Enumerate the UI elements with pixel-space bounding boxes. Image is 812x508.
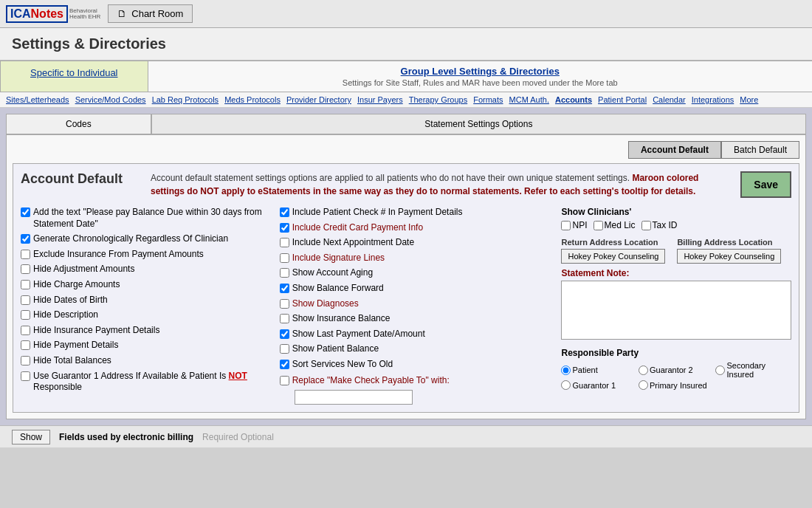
billing-address-label: Billing Address Location (677, 238, 781, 247)
account-batch-row: Account Default Batch Default (13, 141, 799, 159)
save-button[interactable]: Save (740, 171, 791, 198)
cb-patient-balance-checkbox[interactable] (280, 344, 289, 354)
inner-panel: Account Default Batch Default Account De… (6, 134, 806, 419)
tab-specific-to-individual[interactable]: Specific to Individual (0, 61, 148, 92)
cb-sort-services-checkbox[interactable] (280, 360, 289, 369)
return-address-col: Return Address Location Hokey Pokey Coun… (561, 238, 665, 264)
cb-credit-card-checkbox[interactable] (280, 223, 289, 233)
tax-id-checkbox[interactable] (641, 221, 651, 230)
cb-guarantor1-checkbox[interactable] (21, 371, 30, 381)
cb-hide-dob-checkbox[interactable] (21, 295, 30, 305)
radio-patient-label[interactable]: Patient (561, 361, 637, 379)
account-default-title: Account Default (21, 171, 139, 187)
settings-columns: Add the text "Please pay Balance Due wit… (21, 207, 791, 405)
med-lic-checkbox[interactable] (593, 221, 603, 230)
radio-patient[interactable] (561, 365, 571, 375)
nav-insur-payers[interactable]: Insur Payers (357, 95, 403, 104)
nav-service-mod-codes[interactable]: Service/Mod Codes (75, 95, 146, 104)
cb-add-text-checkbox[interactable] (21, 207, 30, 217)
cb-next-appt-label: Include Next Appointment Date (292, 237, 414, 249)
tax-id-checkbox-label[interactable]: Tax ID (641, 220, 678, 230)
nav-therapy-groups[interactable]: Therapy Groups (409, 95, 467, 104)
cb-acct-aging-checkbox[interactable] (280, 268, 289, 278)
chart-room-button[interactable]: 🗋 Chart Room (108, 4, 193, 23)
cb-hide-charge-checkbox[interactable] (21, 280, 30, 289)
radio-primary-label[interactable]: Primary Insured (639, 380, 715, 390)
tab-group-level: Group Level Settings & Directories Setti… (148, 61, 812, 92)
radio-guarantor1-label[interactable]: Guarantor 1 (561, 380, 637, 390)
nav-patient-portal[interactable]: Patient Portal (598, 95, 647, 104)
cb-patient-check-label: Include Patient Check # In Payment Detai… (292, 207, 463, 219)
cb-exclude-insurance-label: Exclude Insurance From Payment Amounts (33, 249, 204, 261)
cb-add-text-label: Add the text "Please pay Balance Due wit… (33, 207, 274, 230)
replace-check-payable-input[interactable] (295, 390, 413, 405)
cb-item: Hide Payment Details (21, 340, 274, 351)
chart-room-label: Chart Room (131, 8, 183, 19)
batch-default-button[interactable]: Batch Default (721, 141, 799, 159)
account-default-button[interactable]: Account Default (628, 141, 721, 159)
address-row: Return Address Location Hokey Pokey Coun… (561, 238, 791, 264)
cb-ins-balance-label: Show Insurance Balance (292, 313, 390, 325)
cb-item: Show Diagnoses (280, 298, 556, 310)
cb-last-payment-checkbox[interactable] (280, 329, 289, 339)
statement-note-textarea[interactable] (561, 281, 791, 340)
nav-integrations[interactable]: Integrations (692, 95, 734, 104)
group-tab-title[interactable]: Group Level Settings & Directories (160, 66, 800, 77)
radio-primary-insured[interactable] (639, 380, 648, 390)
responsible-party-section: Responsible Party Patient Guarantor 2 Se… (561, 348, 791, 390)
responsible-party-radios: Patient Guarantor 2 Secondary Insured Gu… (561, 361, 791, 390)
statement-note-label: Statement Note: (561, 268, 791, 278)
cb-item: Hide Dates of Birth (21, 295, 274, 306)
cb-item: Include Patient Check # In Payment Detai… (280, 207, 556, 219)
required-optional-label: Required Optional (202, 432, 274, 442)
radio-guarantor2[interactable] (639, 365, 648, 375)
cb-sig-lines-checkbox[interactable] (280, 253, 289, 263)
npi-checkbox-label[interactable]: NPI (561, 220, 587, 230)
cb-balance-forward-checkbox[interactable] (280, 284, 289, 293)
cb-credit-card-label: Include Credit Card Payment Info (292, 222, 423, 234)
cb-hide-payment-checkbox[interactable] (21, 340, 30, 350)
cb-replace-check-payable-checkbox[interactable] (280, 376, 289, 385)
show-button[interactable]: Show (12, 430, 50, 444)
nav-meds-protocols[interactable]: Meds Protocols (224, 95, 281, 104)
cb-exclude-insurance-checkbox[interactable] (21, 250, 30, 259)
cb-hide-total-checkbox[interactable] (21, 356, 30, 365)
radio-guarantor2-label[interactable]: Guarantor 2 (639, 361, 715, 379)
npi-checkbox[interactable] (561, 221, 571, 230)
tab-codes[interactable]: Codes (6, 114, 151, 134)
cb-generate-chrono-checkbox[interactable] (21, 234, 30, 244)
nav-formats[interactable]: Formats (473, 95, 503, 104)
cb-hide-adjustment-checkbox[interactable] (21, 264, 30, 274)
radio-guarantor1[interactable] (561, 380, 571, 390)
tab-statement-settings[interactable]: Statement Settings Options (151, 114, 806, 134)
nav-sites-letterheads[interactable]: Sites/Letterheads (6, 95, 69, 104)
cb-item: Hide Adjustment Amounts (21, 264, 274, 275)
cb-hide-adjustment-label: Hide Adjustment Amounts (33, 264, 134, 275)
billing-address-col: Billing Address Location Hokey Pokey Cou… (677, 238, 781, 264)
billing-address-button[interactable]: Hokey Pokey Counseling (677, 249, 781, 264)
nav-calendar[interactable]: Calendar (653, 95, 686, 104)
cb-diagnoses-checkbox[interactable] (280, 299, 289, 309)
cb-hide-payment-label: Hide Payment Details (33, 340, 118, 351)
cb-hide-ins-payment-checkbox[interactable] (21, 326, 30, 335)
cb-patient-check-checkbox[interactable] (280, 207, 289, 217)
nav-provider-directory[interactable]: Provider Directory (286, 95, 351, 104)
logo-ica: ICA (10, 7, 31, 20)
med-lic-checkbox-label[interactable]: Med Lic (593, 220, 636, 230)
cb-sig-lines-label: Include Signature Lines (292, 253, 385, 264)
cb-patient-balance-label: Show Patient Balance (292, 343, 379, 355)
radio-secondary-insured[interactable] (715, 365, 725, 375)
nav-accounts[interactable]: Accounts (555, 95, 592, 104)
radio-secondary-label[interactable]: Secondary Insured (715, 361, 791, 379)
cb-hide-desc-checkbox[interactable] (21, 310, 30, 320)
cb-next-appt-checkbox[interactable] (280, 238, 289, 247)
cb-hide-ins-payment-label: Hide Insurance Payment Details (33, 325, 159, 337)
cb-sort-services-label: Sort Services New To Old (292, 359, 393, 371)
nav-bar: Sites/Letterheads Service/Mod Codes Lab … (0, 92, 812, 108)
nav-lab-req-protocols[interactable]: Lab Req Protocols (152, 95, 219, 104)
nav-mcm-auth[interactable]: MCM Auth. (509, 95, 549, 104)
cb-acct-aging-label: Show Account Aging (292, 267, 373, 279)
return-address-button[interactable]: Hokey Pokey Counseling (561, 249, 665, 264)
cb-ins-balance-checkbox[interactable] (280, 314, 289, 323)
nav-more[interactable]: More (740, 95, 758, 104)
